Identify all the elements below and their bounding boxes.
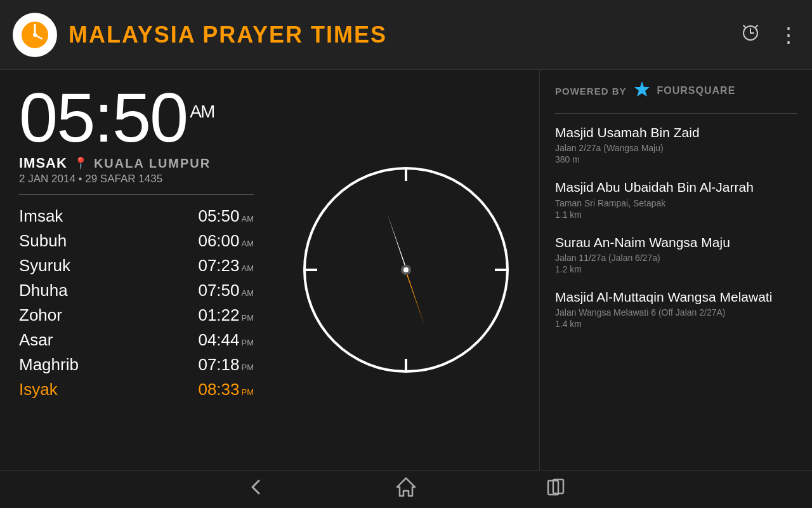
mosque-distance: 1.1 km xyxy=(555,210,797,220)
date-display: 2 JAN 2014 • 29 SAFAR 1435 xyxy=(19,173,254,185)
prayer-name: Isyak xyxy=(19,380,58,399)
prayer-time: 05:50 xyxy=(198,206,239,226)
header-actions: ⋮ xyxy=(740,22,799,47)
alarm-icon[interactable] xyxy=(740,22,761,47)
powered-by-label: POWERED BY xyxy=(555,86,627,97)
svg-line-8 xyxy=(756,25,757,27)
prayer-list-item: Dhuha 07:50 AM xyxy=(19,278,254,303)
prayer-name: Maghrib xyxy=(19,355,79,375)
prayer-list-item: Subuh 06:00 AM xyxy=(19,229,254,253)
prayer-list-item: Asar 04:44 PM xyxy=(19,328,254,352)
compass-container xyxy=(298,162,514,378)
divider xyxy=(19,194,254,195)
prayer-time-ampm: PM xyxy=(242,338,254,347)
app-header: MALAYSIA PRAYER TIMES ⋮ xyxy=(0,0,812,70)
current-time-display: 05:50AM xyxy=(19,83,254,152)
prayer-time-container: 05:50 AM xyxy=(198,206,254,226)
recents-button[interactable] xyxy=(544,476,567,503)
svg-marker-19 xyxy=(397,478,415,496)
app-title: MALAYSIA PRAYER TIMES xyxy=(69,22,740,48)
prayer-name: Dhuha xyxy=(19,281,68,300)
bottom-navigation xyxy=(0,470,812,508)
mosque-address: Jalan 2/27a (Wangsa Maju) xyxy=(555,143,797,153)
prayer-name: Imsak xyxy=(19,206,63,226)
prayer-time-container: 01:22 PM xyxy=(198,305,254,325)
prayer-time-container: 07:50 AM xyxy=(198,281,254,300)
current-prayer-row: IMSAK 📍 KUALA LUMPUR xyxy=(19,155,254,171)
prayer-time-ampm: AM xyxy=(242,288,254,298)
compass-svg xyxy=(298,162,514,378)
prayer-list: Imsak 05:50 AM Subuh 06:00 AM Syuruk 07:… xyxy=(19,204,254,402)
right-panel: POWERED BY FOURSQUARE Masjid Usamah Bin … xyxy=(539,70,812,470)
prayer-time-container: 06:00 AM xyxy=(198,231,254,251)
back-button[interactable] xyxy=(245,476,268,503)
mosque-item[interactable]: Masjid Usamah Bin Zaid Jalan 2/27a (Wang… xyxy=(555,124,797,164)
foursquare-label: FOURSQUARE xyxy=(657,85,736,97)
prayer-time-container: 08:33 PM xyxy=(198,380,254,399)
prayer-time-ampm: PM xyxy=(242,313,254,323)
mosque-name: Masjid Usamah Bin Zaid xyxy=(555,124,797,141)
left-panel: 05:50AM IMSAK 📍 KUALA LUMPUR 2 JAN 2014 … xyxy=(0,70,273,470)
foursquare-icon xyxy=(633,80,651,102)
mosque-name: Masjid Al-Muttaqin Wangsa Melawati xyxy=(555,288,797,305)
mosque-item[interactable]: Masjid Abu Ubaidah Bin Al-Jarrah Taman S… xyxy=(555,178,797,219)
mosque-distance: 380 m xyxy=(555,154,797,164)
prayer-time: 07:50 xyxy=(198,281,239,300)
svg-marker-15 xyxy=(406,270,425,327)
prayer-time-ampm: PM xyxy=(242,387,254,397)
time-ampm: AM xyxy=(190,102,214,121)
prayer-time-container: 07:18 PM xyxy=(198,355,254,375)
mosque-list: Masjid Usamah Bin Zaid Jalan 2/27a (Wang… xyxy=(555,124,797,329)
mosque-item[interactable]: Surau An-Naim Wangsa Maju Jalan 11/27a (… xyxy=(555,234,797,274)
prayer-name: Asar xyxy=(19,330,53,350)
powered-by-row: POWERED BY FOURSQUARE xyxy=(555,80,797,102)
prayer-time-container: 07:23 AM xyxy=(198,256,254,276)
mosque-name: Surau An-Naim Wangsa Maju xyxy=(555,234,797,251)
prayer-name: Subuh xyxy=(19,231,67,251)
home-button[interactable] xyxy=(395,476,417,503)
prayer-list-item: Isyak 08:33 PM xyxy=(19,377,254,402)
right-divider xyxy=(555,113,797,114)
prayer-time-ampm: AM xyxy=(242,214,254,224)
mosque-address: Jalan Wangsa Melawati 6 (Off Jalan 2/27A… xyxy=(555,307,797,318)
current-prayer-name: IMSAK xyxy=(19,155,67,171)
prayer-list-item: Syuruk 07:23 AM xyxy=(19,253,254,278)
time-value: 05:50 xyxy=(19,78,187,156)
prayer-time: 07:23 xyxy=(198,256,239,276)
prayer-time-ampm: AM xyxy=(242,264,254,273)
prayer-list-item: Imsak 05:50 AM xyxy=(19,204,254,229)
mosque-distance: 1.4 km xyxy=(555,319,797,329)
location-name: KUALA LUMPUR xyxy=(94,156,211,171)
prayer-time-ampm: PM xyxy=(242,363,254,372)
location-pin-icon: 📍 xyxy=(74,156,88,170)
mosque-distance: 1.2 km xyxy=(555,264,797,274)
more-options-icon[interactable]: ⋮ xyxy=(778,23,799,47)
prayer-list-item: Zohor 01:22 PM xyxy=(19,303,254,328)
main-content: 05:50AM IMSAK 📍 KUALA LUMPUR 2 JAN 2014 … xyxy=(0,70,812,470)
svg-marker-14 xyxy=(387,213,406,270)
svg-marker-18 xyxy=(634,81,650,97)
prayer-time: 07:18 xyxy=(198,355,239,375)
compass-section xyxy=(273,70,539,470)
svg-line-7 xyxy=(743,25,745,27)
current-time-section: 05:50AM IMSAK 📍 KUALA LUMPUR 2 JAN 2014 … xyxy=(19,83,254,185)
clock-logo-icon xyxy=(20,20,50,50)
mosque-address: Taman Sri Rampai, Setapak xyxy=(555,198,797,208)
app-logo xyxy=(13,13,57,57)
mosque-item[interactable]: Masjid Al-Muttaqin Wangsa Melawati Jalan… xyxy=(555,288,797,329)
mosque-address: Jalan 11/27a (Jalan 6/27a) xyxy=(555,253,797,263)
prayer-name: Syuruk xyxy=(19,256,70,276)
mosque-name: Masjid Abu Ubaidah Bin Al-Jarrah xyxy=(555,178,797,196)
prayer-time-container: 04:44 PM xyxy=(198,330,254,350)
prayer-time: 04:44 xyxy=(198,330,239,350)
prayer-name: Zohor xyxy=(19,305,62,325)
prayer-time: 01:22 xyxy=(198,305,239,325)
prayer-time: 06:00 xyxy=(198,231,239,251)
prayer-list-item: Maghrib 07:18 PM xyxy=(19,352,254,377)
prayer-time: 08:33 xyxy=(198,380,239,399)
prayer-time-ampm: AM xyxy=(242,239,254,248)
svg-point-17 xyxy=(403,267,409,272)
